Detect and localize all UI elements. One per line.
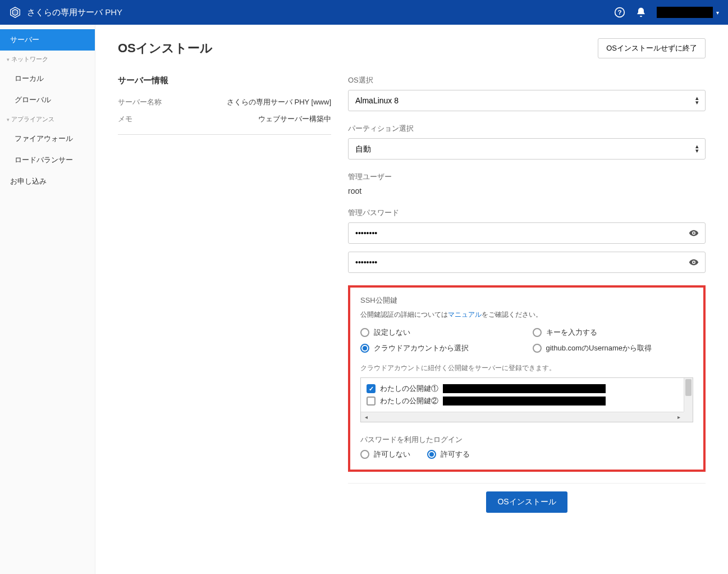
sidebar-heading-appliance[interactable]: アプライアンス bbox=[0, 111, 95, 128]
svg-marker-1 bbox=[12, 10, 17, 16]
sidebar-heading-network[interactable]: ネットワーク bbox=[0, 51, 95, 68]
password-login-heading: パスワードを利用したログイン bbox=[360, 435, 693, 445]
key-redacted bbox=[443, 397, 606, 406]
radio-icon bbox=[533, 328, 542, 337]
ssh-key-heading: SSH公開鍵 bbox=[360, 295, 693, 306]
ssh-key-label: わたしの公開鍵② bbox=[380, 396, 438, 406]
checkbox-icon[interactable] bbox=[367, 384, 376, 393]
brand-logo-icon bbox=[9, 6, 21, 19]
ssh-option-none[interactable]: 設定しない bbox=[360, 327, 521, 338]
svg-text:?: ? bbox=[617, 8, 621, 16]
login-option-deny[interactable]: 許可しない bbox=[360, 449, 410, 459]
server-memo-value: ウェブサーバー構築中 bbox=[180, 114, 331, 124]
server-info-heading: サーバー情報 bbox=[118, 75, 331, 86]
login-option-allow[interactable]: 許可する bbox=[427, 449, 470, 459]
admin-password-label: 管理パスワード bbox=[348, 208, 706, 218]
sidebar-item-local[interactable]: ローカル bbox=[0, 68, 95, 89]
server-name-value: さくらの専用サーバ PHY [www] bbox=[180, 97, 331, 107]
ssh-key-list: わたしの公開鍵① わたしの公開鍵② bbox=[360, 377, 693, 422]
partition-select-label: パーティション選択 bbox=[348, 124, 706, 134]
manual-link[interactable]: マニュアル bbox=[448, 311, 482, 318]
bell-icon[interactable] bbox=[635, 7, 647, 18]
user-name-redacted bbox=[657, 7, 713, 18]
key-redacted bbox=[443, 384, 606, 393]
radio-icon bbox=[533, 344, 542, 353]
main-content: OSインストール OSインストールせずに終了 サーバー情報 サーバー名称 さくら… bbox=[95, 25, 728, 574]
sidebar-item-apply[interactable]: お申し込み bbox=[0, 171, 95, 192]
scrollbar-corner bbox=[684, 412, 693, 422]
server-memo-label: メモ bbox=[118, 114, 180, 124]
ssh-option-input[interactable]: キーを入力する bbox=[533, 327, 694, 338]
exit-without-install-button[interactable]: OSインストールせずに終了 bbox=[598, 38, 706, 58]
radio-icon bbox=[360, 344, 369, 353]
brand-name: さくらの専用サーバ PHY bbox=[27, 7, 122, 18]
header-left: さくらの専用サーバ PHY bbox=[9, 6, 122, 19]
ssh-key-label: わたしの公開鍵① bbox=[380, 384, 438, 394]
ssh-option-cloud[interactable]: クラウドアカウントから選択 bbox=[360, 343, 521, 353]
ssh-key-item[interactable]: わたしの公開鍵② bbox=[367, 395, 687, 407]
ssh-key-item[interactable]: わたしの公開鍵① bbox=[367, 382, 687, 395]
highlighted-section: SSH公開鍵 公開鍵認証の詳細についてはマニュアルをご確認ください。 設定しない… bbox=[348, 285, 706, 472]
ssh-option-github[interactable]: github.comのUsernameから取得 bbox=[533, 343, 694, 353]
eye-icon[interactable] bbox=[689, 228, 699, 238]
admin-password-input[interactable] bbox=[348, 222, 706, 244]
radio-icon bbox=[427, 450, 436, 459]
help-icon[interactable]: ? bbox=[614, 7, 625, 18]
radio-icon bbox=[360, 328, 369, 337]
header-right: ? ▾ bbox=[614, 7, 719, 18]
header-bar: さくらの専用サーバ PHY ? ▾ bbox=[0, 0, 728, 25]
sidebar-item-server[interactable]: サーバー bbox=[0, 29, 95, 51]
os-select[interactable]: AlmaLinux 8 bbox=[348, 90, 706, 111]
admin-password-confirm-input[interactable] bbox=[348, 252, 706, 273]
server-name-label: サーバー名称 bbox=[118, 97, 180, 107]
os-install-button[interactable]: OSインストール bbox=[486, 491, 567, 513]
admin-user-value: root bbox=[348, 186, 706, 195]
divider bbox=[118, 134, 331, 135]
checkbox-icon[interactable] bbox=[367, 397, 376, 406]
caret-down-icon: ▾ bbox=[716, 10, 719, 16]
page-title: OSインストール bbox=[118, 40, 213, 57]
radio-icon bbox=[360, 450, 369, 459]
admin-user-label: 管理ユーザー bbox=[348, 172, 706, 182]
eye-icon[interactable] bbox=[689, 257, 699, 267]
sidebar: サーバー ネットワーク ローカル グローバル アプライアンス ファイアウォール … bbox=[0, 25, 95, 574]
ssh-help-text: 公開鍵認証の詳細についてはマニュアルをご確認ください。 bbox=[360, 310, 693, 320]
sidebar-item-global[interactable]: グローバル bbox=[0, 89, 95, 111]
sidebar-item-firewall[interactable]: ファイアウォール bbox=[0, 128, 95, 149]
cloud-account-note: クラウドアカウントに紐付く公開鍵をサーバーに登録できます。 bbox=[360, 363, 693, 373]
sidebar-item-loadbalancer[interactable]: ロードバランサー bbox=[0, 149, 95, 171]
user-menu[interactable]: ▾ bbox=[657, 7, 719, 18]
os-select-label: OS選択 bbox=[348, 75, 706, 85]
scrollbar-vertical[interactable] bbox=[684, 378, 693, 412]
partition-select[interactable]: 自動 bbox=[348, 138, 706, 160]
scrollbar-horizontal[interactable]: ◂▸ bbox=[361, 412, 684, 422]
